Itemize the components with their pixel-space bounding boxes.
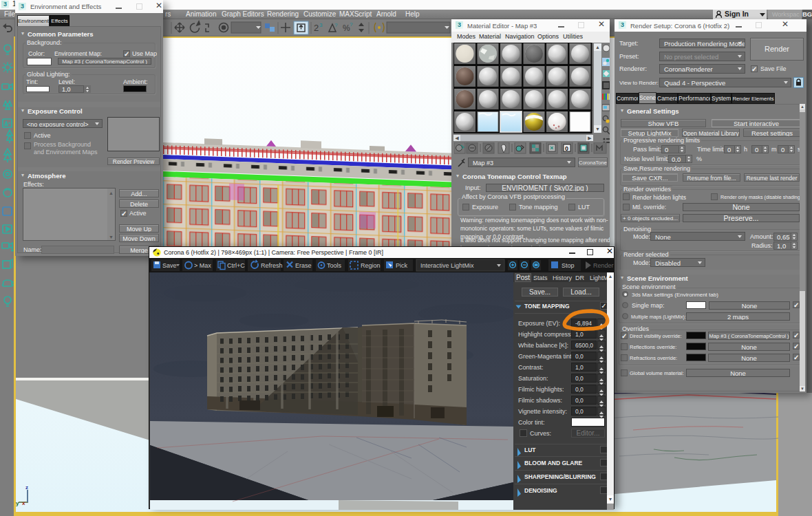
svg-text:3: 3 (319, 22, 323, 28)
svg-text:x: x (22, 500, 25, 506)
svg-text:?: ? (334, 22, 338, 28)
svg-text:Pick: Pick (396, 262, 408, 269)
svg-text:Stop: Stop (562, 262, 575, 269)
svg-text:Save: Save (162, 262, 177, 269)
svg-text:Region: Region (361, 262, 381, 269)
svg-text:z: z (25, 484, 28, 491)
svg-text:> Max: > Max (194, 262, 211, 269)
svg-text:Refresh: Refresh (261, 262, 283, 269)
svg-text:0: 0 (565, 145, 568, 152)
svg-text:Render: Render (593, 262, 614, 269)
svg-text:Ctrl+C: Ctrl+C (227, 262, 245, 269)
svg-text:?: ? (350, 21, 353, 28)
svg-text:Interactive LightMix: Interactive LightMix (420, 262, 474, 269)
svg-text:2: 2 (314, 23, 319, 33)
svg-text:Erase: Erase (295, 262, 312, 269)
svg-text:y: y (16, 500, 19, 506)
svg-text:Tools: Tools (327, 262, 342, 269)
